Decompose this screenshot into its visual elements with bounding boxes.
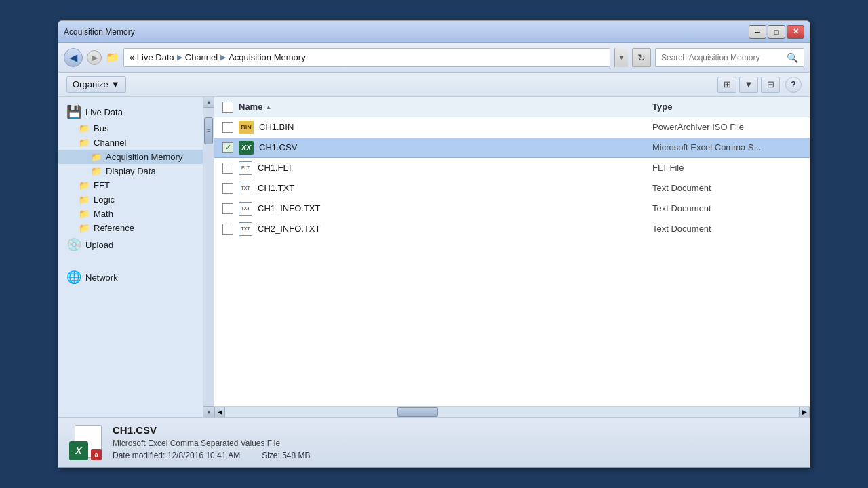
table-row[interactable]: BIN CH1.BIN PowerArchiver ISO File xyxy=(214,117,810,138)
folder-icon-acquisition-memory: 📁 xyxy=(91,152,102,162)
table-row[interactable]: TXT CH1.TXT Text Document xyxy=(214,178,810,199)
folder-icon-reference: 📁 xyxy=(79,223,90,233)
sidebar-item-label-logic: Logic xyxy=(94,195,115,205)
sidebar-item-label-fft: FFT xyxy=(94,180,110,190)
sort-arrow-icon: ▲ xyxy=(265,104,271,110)
refresh-button[interactable]: ↻ xyxy=(632,48,651,67)
folder-icon-bus: 📁 xyxy=(79,123,90,134)
sidebar-item-label-live-data: Live Data xyxy=(85,107,123,117)
excel-red-icon: a xyxy=(91,449,102,460)
sidebar-item-label-display-data: Display Data xyxy=(106,166,156,176)
back-button[interactable]: ◀ xyxy=(64,48,83,67)
date-value: 12/8/2016 10:41 AM xyxy=(167,451,240,460)
sidebar-item-acquisition-memory[interactable]: 📁 Acquisition Memory xyxy=(58,150,214,164)
folder-icon-fft: 📁 xyxy=(79,180,90,190)
file-checkbox[interactable] xyxy=(222,163,233,174)
col-header-type[interactable]: Type xyxy=(652,102,802,112)
excel-file-icon: X xyxy=(239,141,254,155)
folder-icon-display-data: 📁 xyxy=(91,166,102,176)
sidebar-item-network[interactable]: 🌐 Network xyxy=(58,268,214,287)
file-checkbox[interactable]: ✓ xyxy=(222,142,233,153)
file-header: Name ▲ Type xyxy=(214,97,810,117)
sidebar-item-fft[interactable]: 📁 FFT xyxy=(58,178,214,192)
breadcrumb-dropdown[interactable]: ▼ xyxy=(614,48,628,67)
organize-button[interactable]: Organize ▼ xyxy=(66,76,126,93)
sidebar-item-math[interactable]: 📁 Math xyxy=(58,207,214,221)
organize-label: Organize xyxy=(73,79,108,89)
hscroll-left-button[interactable]: ◀ xyxy=(214,407,225,418)
folder-icon-logic: 📁 xyxy=(79,195,90,205)
table-row[interactable]: TXT CH1_INFO.TXT Text Document xyxy=(214,199,810,219)
file-checkbox[interactable] xyxy=(222,122,233,133)
sidebar-item-logic[interactable]: 📁 Logic xyxy=(58,192,214,207)
file-type: Text Document xyxy=(652,183,802,193)
txt-file-icon: TXT xyxy=(239,182,252,195)
hscroll-right-button[interactable]: ▶ xyxy=(799,407,810,418)
hscroll-handle[interactable] xyxy=(397,407,438,417)
sidebar-vertical-scrollbar[interactable]: ▲ = ▼ xyxy=(203,97,214,417)
sidebar-scroll: 💾 Live Data 📁 Bus 📁 Channel 📁 Acquisitio… xyxy=(58,97,214,417)
sidebar-item-label-network: Network xyxy=(85,272,118,283)
disk-icon-upload: 💿 xyxy=(66,237,81,252)
search-box[interactable]: 🔍 xyxy=(655,48,804,67)
sidebar-item-label-bus: Bus xyxy=(94,123,108,134)
breadcrumb-arrow2: ▶ xyxy=(220,53,226,62)
network-icon: 🌐 xyxy=(66,270,81,285)
minimize-button[interactable]: ─ xyxy=(749,25,766,39)
breadcrumb-arrow1: ▶ xyxy=(177,53,182,62)
select-all-checkbox[interactable] xyxy=(222,102,233,113)
sidebar-item-label-upload: Upload xyxy=(85,240,113,250)
info-txt-file-icon: TXT xyxy=(239,202,252,216)
disk-icon: 💾 xyxy=(66,104,81,119)
help-button[interactable]: ? xyxy=(785,77,802,93)
file-type: PowerArchiver ISO File xyxy=(652,122,802,132)
search-input[interactable] xyxy=(661,53,784,62)
table-row[interactable]: FLT CH1.FLT FLT File xyxy=(214,158,810,178)
sidebar-item-label-math: Math xyxy=(94,209,113,219)
sidebar-item-upload[interactable]: 💿 Upload xyxy=(58,235,214,254)
bin-file-icon: BIN xyxy=(239,121,254,134)
toolbar: Organize ▼ ⊞ ▼ ⊟ ? xyxy=(58,73,810,97)
search-icon: 🔍 xyxy=(787,52,798,63)
file-name: CH1.TXT xyxy=(258,183,647,193)
flt-file-icon: FLT xyxy=(239,161,252,175)
file-panel: Name ▲ Type BIN CH1.BIN PowerArchiver IS… xyxy=(214,97,810,417)
forward-button[interactable]: ▶ xyxy=(87,50,102,65)
title-bar: Acquisition Memory ─ □ ✕ xyxy=(58,21,810,43)
view-preview-button[interactable]: ⊟ xyxy=(761,77,780,93)
sidebar: 💾 Live Data 📁 Bus 📁 Channel 📁 Acquisitio… xyxy=(58,97,214,417)
view-details-button[interactable]: ⊞ xyxy=(717,77,736,93)
excel-badge-icon: X xyxy=(69,441,88,460)
status-filename: CH1.CSV xyxy=(113,424,799,436)
sidebar-item-live-data[interactable]: 💾 Live Data xyxy=(58,102,214,121)
file-name: CH1.FLT xyxy=(258,163,647,173)
breadcrumb[interactable]: « Live Data ▶ Channel ▶ Acquisition Memo… xyxy=(123,48,610,67)
sidebar-item-label-reference: Reference xyxy=(94,223,134,233)
sidebar-item-display-data[interactable]: 📁 Display Data xyxy=(58,164,214,178)
status-date: Date modified: 12/8/2016 10:41 AM xyxy=(113,451,240,460)
file-checkbox[interactable] xyxy=(222,183,233,194)
content-area: 💾 Live Data 📁 Bus 📁 Channel 📁 Acquisitio… xyxy=(58,97,810,417)
sidebar-item-bus[interactable]: 📁 Bus xyxy=(58,121,214,136)
table-row[interactable]: ✓ X CH1.CSV Microsoft Excel Comma S... xyxy=(214,138,810,158)
table-row[interactable]: TXT CH2_INFO.TXT Text Document xyxy=(214,219,810,239)
maximize-button[interactable]: □ xyxy=(768,25,785,39)
file-name: CH1_INFO.TXT xyxy=(258,203,647,214)
file-checkbox[interactable] xyxy=(222,224,233,235)
window-title: Acquisition Memory xyxy=(64,27,135,37)
view-dropdown-button[interactable]: ▼ xyxy=(739,77,758,93)
folder-icon-channel: 📁 xyxy=(79,138,90,148)
file-list: BIN CH1.BIN PowerArchiver ISO File ✓ X C… xyxy=(214,117,810,406)
sidebar-item-channel[interactable]: 📁 Channel xyxy=(58,136,214,150)
file-name: CH2_INFO.TXT xyxy=(258,224,647,234)
file-type: Text Document xyxy=(652,224,802,234)
sidebar-item-reference[interactable]: 📁 Reference xyxy=(58,221,214,235)
sidebar-scroll-handle[interactable]: = xyxy=(204,117,213,144)
close-button[interactable]: ✕ xyxy=(787,25,804,39)
sidebar-item-label-channel: Channel xyxy=(94,138,126,148)
file-checkbox[interactable] xyxy=(222,203,233,214)
hscroll-track[interactable] xyxy=(225,407,799,418)
col-header-name[interactable]: Name ▲ xyxy=(239,102,647,112)
horizontal-scrollbar[interactable]: ◀ ▶ xyxy=(214,406,810,417)
status-file-icon: X a xyxy=(69,425,102,460)
